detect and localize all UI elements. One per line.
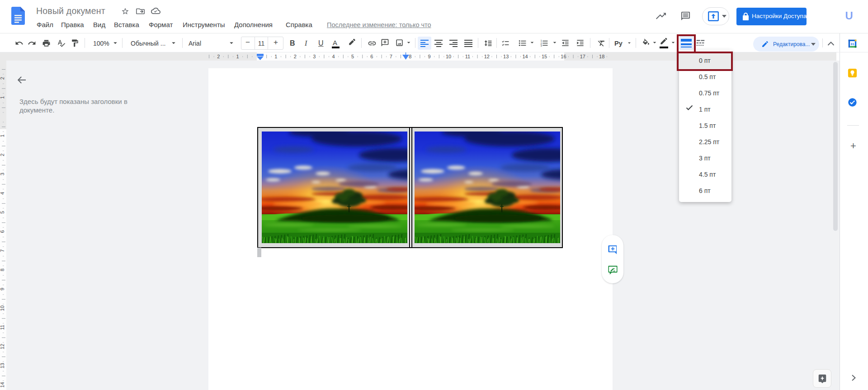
svg-text:7: 7: [0, 249, 5, 252]
svg-text:4: 4: [0, 192, 5, 195]
svg-text:31: 31: [850, 42, 854, 46]
svg-text:3: 3: [313, 54, 316, 59]
svg-text:8: 8: [409, 54, 411, 59]
svg-text:4: 4: [332, 54, 335, 59]
svg-text:1: 1: [0, 134, 5, 137]
svg-text:6: 6: [370, 54, 373, 59]
svg-text:11: 11: [465, 54, 470, 59]
svg-text:12: 12: [0, 344, 5, 349]
svg-text:1: 1: [236, 54, 239, 59]
svg-text:10: 10: [446, 54, 451, 59]
svg-text:5: 5: [0, 211, 5, 214]
svg-text:12: 12: [484, 54, 490, 59]
svg-text:7: 7: [390, 54, 392, 59]
svg-text:18: 18: [599, 54, 604, 59]
svg-text:9: 9: [428, 54, 431, 59]
svg-text:1: 1: [274, 54, 277, 59]
svg-text:2: 2: [217, 54, 220, 59]
svg-text:2: 2: [294, 54, 297, 59]
svg-text:2: 2: [0, 77, 5, 80]
svg-text:13: 13: [503, 54, 509, 59]
svg-text:8: 8: [0, 268, 5, 271]
svg-text:1: 1: [0, 96, 5, 99]
svg-text:17: 17: [580, 54, 585, 59]
svg-text:11: 11: [0, 325, 5, 330]
svg-text:2: 2: [0, 154, 5, 156]
svg-text:10: 10: [0, 305, 5, 311]
svg-text:5: 5: [351, 54, 354, 59]
svg-text:6: 6: [0, 230, 5, 233]
svg-text:3: 3: [541, 44, 542, 47]
svg-text:13: 13: [0, 363, 5, 368]
svg-text:16: 16: [561, 54, 566, 59]
svg-text:9: 9: [0, 288, 5, 291]
svg-text:14: 14: [0, 382, 5, 387]
svg-text:3: 3: [0, 173, 5, 175]
svg-text:14: 14: [522, 54, 528, 59]
svg-text:15: 15: [542, 54, 547, 59]
